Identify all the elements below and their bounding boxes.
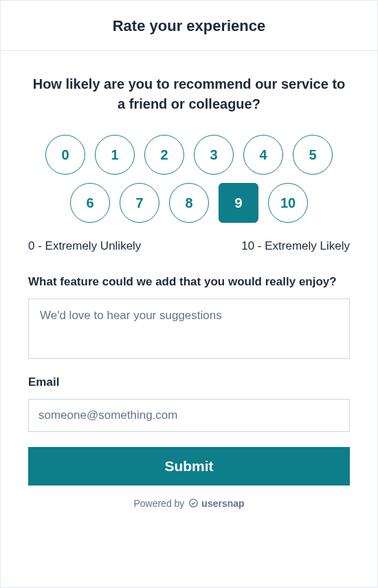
usersnap-logo-icon (188, 498, 199, 508)
nps-row-2: 678910 (28, 183, 350, 223)
nps-option-10[interactable]: 10 (268, 183, 308, 223)
powered-by[interactable]: Powered by usersnap (28, 498, 350, 509)
nps-option-1[interactable]: 1 (95, 135, 135, 175)
powered-by-text: Powered by (133, 498, 184, 509)
nps-question: How likely are you to recommend our serv… (28, 74, 350, 114)
widget-header: Rate your experience (1, 1, 377, 51)
nps-option-3[interactable]: 3 (194, 135, 234, 175)
nps-option-8[interactable]: 8 (169, 183, 209, 223)
submit-button[interactable]: Submit (28, 447, 350, 486)
brand-link[interactable]: usersnap (188, 498, 244, 509)
nps-option-6[interactable]: 6 (70, 183, 110, 223)
nps-option-5[interactable]: 5 (293, 135, 333, 175)
nps-option-9[interactable]: 9 (219, 183, 258, 223)
feedback-widget: Rate your experience How likely are you … (0, 0, 378, 588)
widget-title: Rate your experience (14, 17, 364, 35)
nps-low-label: 0 - Extremely Unlikely (28, 239, 141, 253)
feature-textarea[interactable] (28, 298, 350, 359)
nps-option-0[interactable]: 0 (45, 135, 85, 175)
email-label: Email (28, 374, 350, 391)
nps-option-4[interactable]: 4 (243, 135, 283, 175)
nps-option-2[interactable]: 2 (144, 135, 184, 175)
nps-row-1: 012345 (28, 135, 350, 175)
widget-body: How likely are you to recommend our serv… (1, 51, 377, 587)
brand-name: usersnap (201, 498, 244, 509)
nps-scale-labels: 0 - Extremely Unlikely 10 - Extremely Li… (28, 239, 350, 253)
nps-high-label: 10 - Extremely Likely (241, 239, 350, 253)
email-field[interactable] (28, 399, 350, 432)
feature-label: What feature could we add that you would… (28, 274, 350, 290)
nps-option-7[interactable]: 7 (120, 183, 159, 223)
